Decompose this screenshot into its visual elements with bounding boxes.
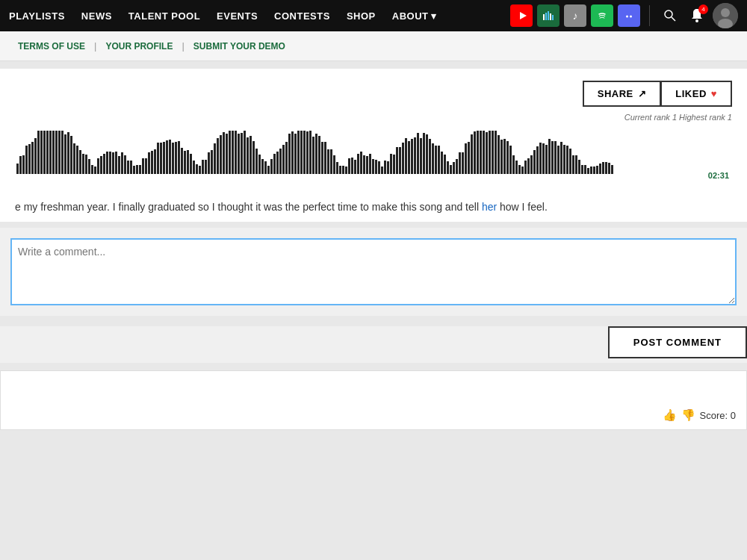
waveform-bar xyxy=(602,162,604,174)
waveform-bar xyxy=(85,155,87,174)
nav-contests[interactable]: CONTESTS xyxy=(274,10,330,22)
waveform-bar xyxy=(178,141,180,174)
nav-news[interactable]: NEWS xyxy=(81,10,112,22)
waveform-bar xyxy=(435,146,437,174)
waveform-bar xyxy=(411,139,413,174)
equalizer-icon[interactable] xyxy=(537,4,560,27)
waveform-bar xyxy=(49,131,52,174)
waveform-bar xyxy=(294,134,297,174)
waveform-bar xyxy=(190,154,192,174)
waveform-bar xyxy=(321,142,323,174)
description-text-after: how I feel. xyxy=(497,201,548,213)
waveform-bar xyxy=(414,137,416,174)
thumbs-up-icon[interactable]: 👍 xyxy=(663,408,677,422)
waveform-bar xyxy=(500,140,503,174)
waveform-bar xyxy=(381,167,383,174)
nav-events[interactable]: EVENTS xyxy=(217,10,258,22)
waveform-bar xyxy=(40,131,43,174)
waveform-bar xyxy=(148,152,150,174)
comment-textarea[interactable] xyxy=(10,238,737,305)
waveform-bar xyxy=(249,136,252,174)
post-comment-button[interactable]: POST COMMENT xyxy=(608,326,747,358)
share-label: SHARE xyxy=(598,88,633,99)
waveform-bar xyxy=(276,152,279,174)
waveform-bar xyxy=(563,145,565,174)
thumbs-down-icon[interactable]: 👎 xyxy=(681,408,695,422)
nav-separator-2: | xyxy=(179,40,187,52)
waveform-bar xyxy=(468,142,470,174)
waveform-bar xyxy=(527,158,530,174)
spotify-icon[interactable] xyxy=(591,4,613,27)
waveform-bar xyxy=(270,159,273,174)
waveform-bar xyxy=(441,152,443,174)
youtube-icon[interactable] xyxy=(510,4,533,27)
waveform-bar xyxy=(498,135,500,174)
waveform-bar xyxy=(351,158,353,174)
waveform-bar xyxy=(55,131,58,174)
waveform-bar xyxy=(103,154,105,174)
comment-section xyxy=(0,228,747,316)
waveform-bar xyxy=(288,134,291,174)
waveform-bar xyxy=(399,147,401,174)
waveform-bar xyxy=(121,152,123,174)
nav-talent-pool[interactable]: TALENT POOL xyxy=(128,10,200,22)
nav-about[interactable]: ABOUT ▾ xyxy=(392,10,437,22)
waveform-bar xyxy=(142,158,144,174)
nav-playlists[interactable]: PLAYLISTS xyxy=(9,10,65,22)
waveform-bar xyxy=(312,137,314,174)
svg-line-10 xyxy=(672,17,675,21)
waveform-bar xyxy=(202,160,204,174)
svg-rect-4 xyxy=(550,13,551,20)
bell-icon[interactable]: 4 xyxy=(686,4,708,27)
profile-link[interactable]: YOUR PROFILE xyxy=(99,41,179,52)
waveform-bar xyxy=(282,145,285,174)
waveform-bar xyxy=(363,155,365,174)
waveform-bar xyxy=(611,165,613,174)
liked-button[interactable]: LIKED ♥ xyxy=(661,81,732,107)
waveform-bar xyxy=(545,145,548,174)
waveform-bar xyxy=(136,165,138,174)
discord-icon[interactable] xyxy=(618,4,640,27)
share-button[interactable]: SHARE ↗ xyxy=(583,81,662,107)
waveform[interactable]: 02:31 xyxy=(15,129,732,181)
main-content: SHARE ↗ LIKED ♥ Current rank 1 Highest r… xyxy=(0,69,747,430)
submit-demo-link[interactable]: SUBMIT YOUR DEMO xyxy=(187,41,291,52)
top-navigation: PLAYLISTS NEWS TALENT POOL EVENTS CONTES… xyxy=(0,0,747,31)
waveform-bar xyxy=(384,161,386,174)
waveform-bar xyxy=(232,131,234,174)
nav-icon-group: ♪ 4 xyxy=(510,3,738,28)
waveform-bar xyxy=(423,133,425,174)
user-avatar[interactable] xyxy=(713,3,738,28)
waveform-bar xyxy=(217,138,219,174)
waveform-bar xyxy=(456,159,458,174)
waveform-bar xyxy=(378,161,380,174)
waveform-bar xyxy=(569,149,571,174)
waveform-bar xyxy=(420,138,422,174)
search-icon[interactable] xyxy=(659,4,681,27)
nav-shop[interactable]: SHOP xyxy=(347,10,376,22)
waveform-bar xyxy=(396,147,398,174)
waveform-bar xyxy=(533,150,536,174)
waveform-bar xyxy=(315,134,317,174)
waveform-bar xyxy=(408,141,410,174)
waveform-bar xyxy=(139,165,141,174)
share-icon: ↗ xyxy=(638,88,647,99)
waveform-bar xyxy=(447,161,449,174)
svg-point-7 xyxy=(626,16,628,18)
music-icon[interactable]: ♪ xyxy=(564,4,586,27)
waveform-bar xyxy=(495,131,497,174)
waveform-bar xyxy=(43,131,46,174)
waveform-bar xyxy=(489,131,491,174)
waveform-bar xyxy=(375,160,377,174)
post-comment-row: POST COMMENT xyxy=(0,326,747,363)
waveform-bar xyxy=(145,158,147,174)
waveform-bar xyxy=(336,162,338,174)
waveform-bar xyxy=(34,138,37,174)
waveform-bar xyxy=(587,168,589,174)
waveform-bar xyxy=(61,131,63,174)
waveform-bar xyxy=(193,161,195,174)
nav-separator-1: | xyxy=(91,40,99,52)
waveform-bar xyxy=(97,158,99,174)
waveform-bar xyxy=(330,149,332,174)
terms-link[interactable]: TERMS OF USE xyxy=(12,41,91,52)
